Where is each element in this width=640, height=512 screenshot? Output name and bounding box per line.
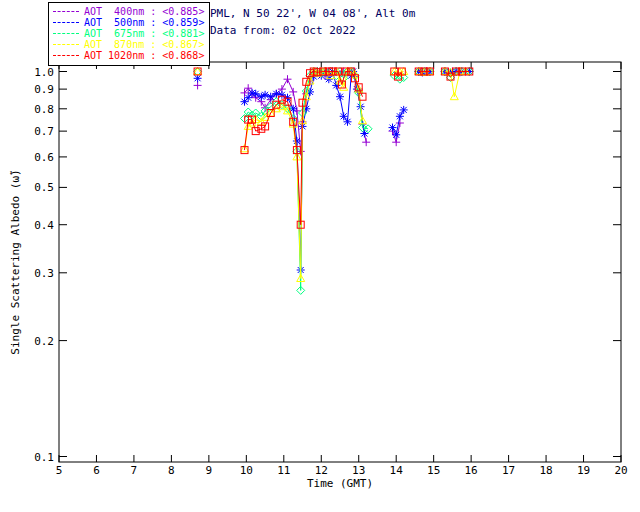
plot-page: AOT 400nm : <0.885> AOT 500nm : <0.859> … [0, 0, 640, 512]
legend-line-sample-500nm [53, 22, 79, 23]
legend-entry-400nm: AOT 400nm : <0.885> [53, 6, 204, 17]
svg-text:16: 16 [465, 464, 478, 477]
svg-text:18: 18 [539, 464, 552, 477]
chart-canvas: 5678910111213141516171819201.00.90.80.70… [0, 0, 640, 512]
svg-text:7: 7 [131, 464, 138, 477]
svg-text:20: 20 [614, 464, 627, 477]
svg-text:13: 13 [352, 464, 365, 477]
legend-line-sample-870nm [53, 44, 79, 45]
svg-text:0.7: 0.7 [34, 125, 54, 138]
svg-text:0.8: 0.8 [34, 103, 54, 116]
svg-text:10: 10 [240, 464, 253, 477]
legend-line-sample-400nm [53, 11, 79, 12]
legend-label-675nm: AOT 675nm : <0.881> [84, 28, 204, 39]
svg-text:15: 15 [427, 464, 440, 477]
svg-text:8: 8 [168, 464, 175, 477]
svg-text:0.2: 0.2 [34, 335, 54, 348]
svg-text:12: 12 [315, 464, 328, 477]
svg-text:0.4: 0.4 [34, 219, 54, 232]
svg-text:14: 14 [390, 464, 404, 477]
svg-text:17: 17 [502, 464, 515, 477]
legend-line-sample-1020nm [53, 55, 79, 56]
svg-text:5: 5 [56, 464, 63, 477]
svg-text:1.0: 1.0 [34, 66, 54, 79]
svg-text:0.3: 0.3 [34, 267, 54, 280]
svg-text:19: 19 [577, 464, 590, 477]
legend-entry-870nm: AOT 870nm : <0.867> [53, 39, 204, 50]
legend-line-sample-675nm [53, 33, 79, 34]
svg-text:0.5: 0.5 [34, 181, 54, 194]
legend-label-500nm: AOT 500nm : <0.859> [84, 17, 204, 28]
svg-text:9: 9 [206, 464, 213, 477]
legend-label-870nm: AOT 870nm : <0.867> [84, 39, 204, 50]
svg-text:11: 11 [277, 464, 290, 477]
svg-text:0.9: 0.9 [34, 83, 54, 96]
svg-text:0.6: 0.6 [34, 151, 54, 164]
legend-entry-675nm: AOT 675nm : <0.881> [53, 28, 204, 39]
legend-label-1020nm: AOT 1020nm : <0.868> [84, 50, 204, 61]
legend-box: AOT 400nm : <0.885> AOT 500nm : <0.859> … [48, 2, 210, 66]
svg-text:0.1: 0.1 [34, 451, 54, 464]
svg-text:6: 6 [93, 464, 100, 477]
legend-entry-500nm: AOT 500nm : <0.859> [53, 17, 204, 28]
legend-label-400nm: AOT 400nm : <0.885> [84, 6, 204, 17]
legend-entry-1020nm: AOT 1020nm : <0.868> [53, 50, 204, 61]
